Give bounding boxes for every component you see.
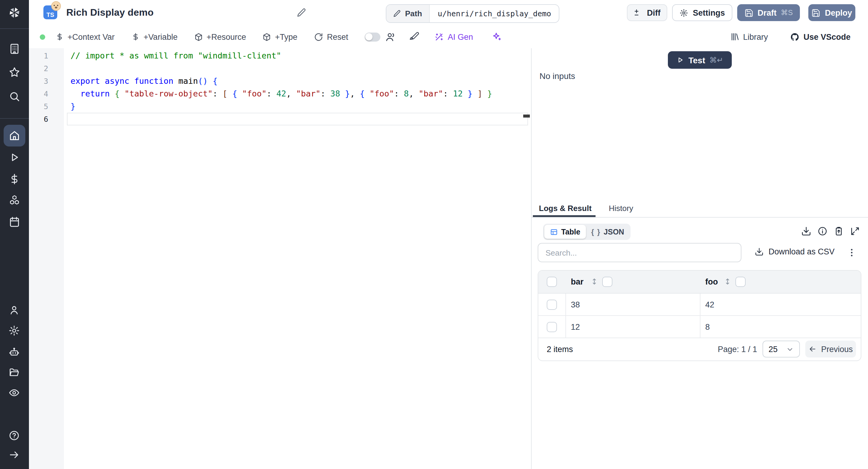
diff-button[interactable]: Diff <box>627 4 667 21</box>
more-options-kebab-icon[interactable] <box>846 247 857 258</box>
paintbrush-icon[interactable] <box>408 31 419 42</box>
typescript-badge-icon: TS <box>43 5 57 19</box>
line-number: 4 <box>29 87 48 100</box>
search-icon[interactable] <box>8 90 21 102</box>
sparkles-icon[interactable] <box>491 31 502 42</box>
help-icon[interactable] <box>8 430 21 442</box>
sort-icon[interactable] <box>723 277 732 286</box>
use-vscode-button[interactable]: Use VScode <box>789 32 850 42</box>
chevron-down-icon <box>786 345 794 353</box>
row-checkbox[interactable] <box>547 299 557 310</box>
column-checkbox[interactable] <box>602 277 613 287</box>
view-mode-table[interactable]: Table <box>544 225 586 239</box>
test-shortcut: ⌘↵ <box>710 56 723 64</box>
result-table-body: 3842128 <box>538 293 861 338</box>
pencil-icon <box>393 10 401 18</box>
app-window: TS Rich Display demo Path u/henri/rich_d… <box>0 0 868 469</box>
windmill-logo-icon[interactable] <box>8 6 21 19</box>
view-mode-switch: Table { } JSON <box>543 224 631 240</box>
search-input[interactable] <box>538 243 741 262</box>
line-number: 2 <box>29 62 48 75</box>
path-value[interactable]: u/henri/rich_display_demo <box>430 5 559 22</box>
page-title: Rich Display demo <box>66 7 154 18</box>
tab-history[interactable]: History <box>609 204 633 213</box>
save-icon <box>812 8 821 17</box>
toggle-switch[interactable] <box>364 32 380 41</box>
sort-icon[interactable] <box>590 277 598 286</box>
arrow-right-icon[interactable] <box>8 449 21 461</box>
line-number: 3 <box>29 75 48 87</box>
editor-toolbar: +Context Var +Variable +Resource +Type R… <box>29 25 868 49</box>
robot-icon[interactable] <box>8 346 21 358</box>
view-mode-json[interactable]: { } JSON <box>586 225 629 239</box>
table-row: 128 <box>538 316 861 338</box>
braces-icon: { } <box>591 227 600 236</box>
add-context-var-button[interactable]: +Context Var <box>56 32 115 41</box>
table-footer: 2 items Page: 1 / 1 25 Previous <box>538 338 861 361</box>
previous-page-button[interactable]: Previous <box>805 341 856 357</box>
ai-gen-button[interactable]: AI Gen <box>434 32 473 42</box>
path-control[interactable]: Path u/henri/rich_display_demo <box>386 4 560 23</box>
info-icon[interactable] <box>817 226 828 236</box>
table-icon <box>550 227 558 236</box>
column-header[interactable]: bar <box>571 277 584 286</box>
table-cell: 8 <box>701 316 861 338</box>
code-lines: 1// import * as wmill from "windmill-cli… <box>29 50 531 125</box>
save-draft-button[interactable]: Draft ⌘S <box>737 4 800 21</box>
folder-icon[interactable] <box>8 367 21 379</box>
home-icon[interactable] <box>4 125 25 147</box>
user-icon[interactable] <box>8 305 21 316</box>
result-tabs: Logs & Result History <box>532 200 868 218</box>
save-icon <box>744 8 753 17</box>
play-icon <box>676 56 684 64</box>
calendar-icon[interactable] <box>8 216 21 228</box>
column-checkbox[interactable] <box>735 277 746 287</box>
tab-logs-result[interactable]: Logs & Result <box>539 204 592 213</box>
no-inputs-label: No inputs <box>539 71 575 81</box>
settings-button[interactable]: Settings <box>672 4 733 21</box>
row-checkbox[interactable] <box>547 322 557 332</box>
cubes-icon[interactable] <box>8 194 21 206</box>
page-size-select[interactable]: 25 <box>763 341 800 357</box>
eye-icon[interactable] <box>8 387 21 399</box>
add-resource-button[interactable]: +Resource <box>194 32 246 41</box>
edit-title-pencil-icon[interactable] <box>297 8 306 18</box>
test-button[interactable]: Test ⌘↵ <box>668 51 732 69</box>
code-editor[interactable]: 1// import * as wmill from "windmill-cli… <box>29 48 531 469</box>
draft-shortcut: ⌘S <box>781 8 793 17</box>
code-line: 2 <box>29 62 531 75</box>
users-icon[interactable] <box>385 31 396 42</box>
table-cell: 38 <box>566 293 701 315</box>
expand-icon[interactable] <box>850 226 860 236</box>
code-line: 6 <box>29 113 531 125</box>
table-cell: 12 <box>566 316 701 338</box>
clipboard-copy-icon[interactable] <box>834 226 844 236</box>
line-number: 6 <box>29 113 48 125</box>
table-header-row: bar foo <box>538 271 861 293</box>
reset-button[interactable]: Reset <box>314 32 348 41</box>
building-icon[interactable] <box>8 43 21 55</box>
path-label: Path <box>405 9 422 18</box>
run-panel: Test ⌘↵ No inputs Logs & Result History … <box>532 48 868 469</box>
code-line: 1// import * as wmill from "windmill-cli… <box>29 50 531 62</box>
column-header[interactable]: foo <box>705 277 718 286</box>
code-line: 3export async function main() { <box>29 75 531 87</box>
table-row: 3842 <box>538 293 861 316</box>
page-label: Page: 1 / 1 <box>718 345 757 354</box>
add-variable-button[interactable]: +Variable <box>131 32 178 41</box>
download-icon[interactable] <box>801 226 811 236</box>
add-type-button[interactable]: +Type <box>262 32 298 41</box>
gear-icon <box>680 8 689 17</box>
active-tab-underline <box>533 215 595 217</box>
star-icon[interactable] <box>8 66 21 79</box>
gear-icon[interactable] <box>8 325 21 337</box>
code-line: 5} <box>29 100 531 113</box>
emoji-face-icon <box>51 1 61 11</box>
play-icon[interactable] <box>8 151 21 163</box>
library-button[interactable]: Library <box>730 32 768 41</box>
dollar-icon[interactable] <box>8 173 21 185</box>
select-all-checkbox[interactable] <box>547 277 557 287</box>
line-number: 5 <box>29 100 48 113</box>
deploy-button[interactable]: Deploy <box>808 4 855 21</box>
download-csv-button[interactable]: Download as CSV <box>755 247 835 256</box>
